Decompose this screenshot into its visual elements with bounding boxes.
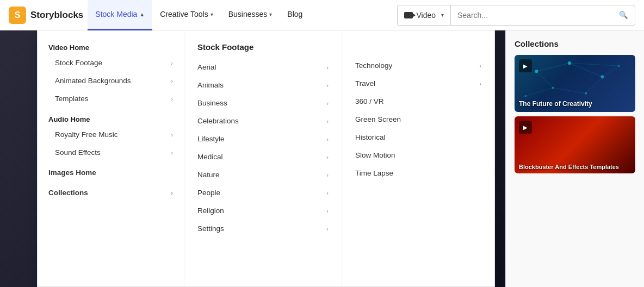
travel-arrow-icon: › <box>479 80 481 87</box>
collection-card-future-creativity[interactable]: ▶ The Future of Creativity <box>515 55 635 112</box>
logo-text: Storyblocks <box>30 10 83 21</box>
right-item-historical[interactable]: Historical <box>342 128 494 146</box>
templates-arrow-icon: › <box>171 96 173 102</box>
stock-media-chevron-icon: ▲ <box>139 11 145 17</box>
collections-arrow-icon: › <box>171 190 173 196</box>
settings-arrow-icon: › <box>326 226 329 232</box>
svg-line-9 <box>536 71 553 88</box>
footage-item-business[interactable]: Business › <box>184 94 342 112</box>
svg-line-11 <box>569 63 619 66</box>
play-icon: ▶ <box>519 59 532 72</box>
business-arrow-icon: › <box>326 100 329 107</box>
collections-panel: Collections ▶ The Future o <box>505 30 644 287</box>
left-menu-royalty-free-music[interactable]: Royalty Free Music › <box>38 126 184 144</box>
video-home-header: Video Home <box>38 39 184 54</box>
search-type-chevron-icon: ▾ <box>441 12 444 18</box>
video-type-icon <box>404 12 413 18</box>
left-menu-collections[interactable]: Collections › <box>38 184 184 202</box>
middle-column: Stock Footage Aerial › Animals › Busines… <box>184 30 342 286</box>
royalty-music-arrow-icon: › <box>171 132 173 138</box>
nature-arrow-icon: › <box>326 172 329 178</box>
right-column: Technology › Travel › 360 / VR Green Scr… <box>342 30 494 286</box>
left-menu-stock-footage[interactable]: Stock Footage › <box>38 54 184 72</box>
search-input-wrapper: 🔍 <box>450 5 635 26</box>
footage-item-nature[interactable]: Nature › <box>184 166 342 184</box>
aerial-arrow-icon: › <box>326 64 329 71</box>
footage-item-aerial[interactable]: Aerial › <box>184 58 342 76</box>
nav-item-stock-media[interactable]: Stock Media ▲ <box>88 0 152 30</box>
logo-area[interactable]: S Storyblocks <box>9 7 83 24</box>
dropdown-panel: Video Home Stock Footage › Animated Back… <box>37 30 495 287</box>
technology-arrow-icon: › <box>479 63 481 69</box>
main-nav: Stock Media ▲ Creative Tools ▾ Businesse… <box>88 0 310 30</box>
businesses-chevron-icon: ▾ <box>269 11 272 17</box>
medical-arrow-icon: › <box>326 154 329 160</box>
religion-arrow-icon: › <box>326 208 329 214</box>
footage-item-celebrations[interactable]: Celebrations › <box>184 112 342 130</box>
nav-item-businesses[interactable]: Businesses ▾ <box>221 0 280 30</box>
play-icon-2: ▶ <box>519 121 532 134</box>
stock-footage-arrow-icon: › <box>171 60 173 66</box>
footage-item-animals[interactable]: Animals › <box>184 76 342 94</box>
search-input[interactable] <box>451 5 612 25</box>
footage-item-settings[interactable]: Settings › <box>184 220 342 238</box>
nav-item-blog[interactable]: Blog <box>280 0 310 30</box>
left-menu-sound-effects[interactable]: Sound Effects › <box>38 144 184 161</box>
celebrations-arrow-icon: › <box>326 118 329 124</box>
svg-line-12 <box>553 88 586 93</box>
left-menu-animated-backgrounds[interactable]: Animated Backgrounds › <box>38 72 184 90</box>
footage-item-religion[interactable]: Religion › <box>184 202 342 220</box>
stock-footage-section-header: Stock Footage <box>184 39 342 58</box>
sound-effects-arrow-icon: › <box>171 149 173 156</box>
footage-item-people[interactable]: People › <box>184 184 342 202</box>
search-icon: 🔍 <box>619 11 628 19</box>
right-item-slow-motion[interactable]: Slow Motion <box>342 146 494 164</box>
svg-point-6 <box>524 95 527 97</box>
right-item-technology[interactable]: Technology › <box>342 57 494 74</box>
collections-title: Collections <box>515 39 635 48</box>
page-content: Video Home Stock Footage › Animated Back… <box>0 30 644 287</box>
audio-home-header: Audio Home <box>38 111 184 126</box>
creative-tools-chevron-icon: ▾ <box>210 11 213 17</box>
search-type-selector[interactable]: Video ▾ <box>397 5 450 26</box>
footage-item-lifestyle[interactable]: Lifestyle › <box>184 130 342 148</box>
collection-card-blockbuster[interactable]: ▶ Blockbuster And Effects Templates <box>515 116 635 173</box>
right-item-travel[interactable]: Travel › <box>342 74 494 92</box>
navbar: S Storyblocks Stock Media ▲ Creative Too… <box>0 0 644 30</box>
footage-item-medical[interactable]: Medical › <box>184 148 342 166</box>
animated-bg-arrow-icon: › <box>171 78 173 84</box>
nav-item-creative-tools[interactable]: Creative Tools ▾ <box>152 0 220 30</box>
svg-line-14 <box>602 66 618 77</box>
svg-line-7 <box>536 63 569 71</box>
left-menu-templates[interactable]: Templates › <box>38 90 184 108</box>
animals-arrow-icon: › <box>326 82 329 89</box>
left-column: Video Home Stock Footage › Animated Back… <box>38 30 184 286</box>
svg-line-10 <box>586 77 602 93</box>
svg-line-13 <box>525 88 553 96</box>
svg-line-8 <box>569 63 603 77</box>
search-area: Video ▾ 🔍 <box>397 5 635 26</box>
people-arrow-icon: › <box>326 190 329 196</box>
search-button[interactable]: 🔍 <box>612 5 635 25</box>
right-item-360vr[interactable]: 360 / VR <box>342 92 494 110</box>
logo-icon: S <box>9 7 26 24</box>
images-home-header[interactable]: Images Home <box>38 164 184 182</box>
lifestyle-arrow-icon: › <box>326 136 329 142</box>
card-label-future-creativity: The Future of Creativity <box>519 100 631 108</box>
card-label-blockbuster: Blockbuster And Effects Templates <box>519 164 631 170</box>
right-item-green-screen[interactable]: Green Screen <box>342 110 494 128</box>
right-item-time-lapse[interactable]: Time Lapse <box>342 164 494 182</box>
